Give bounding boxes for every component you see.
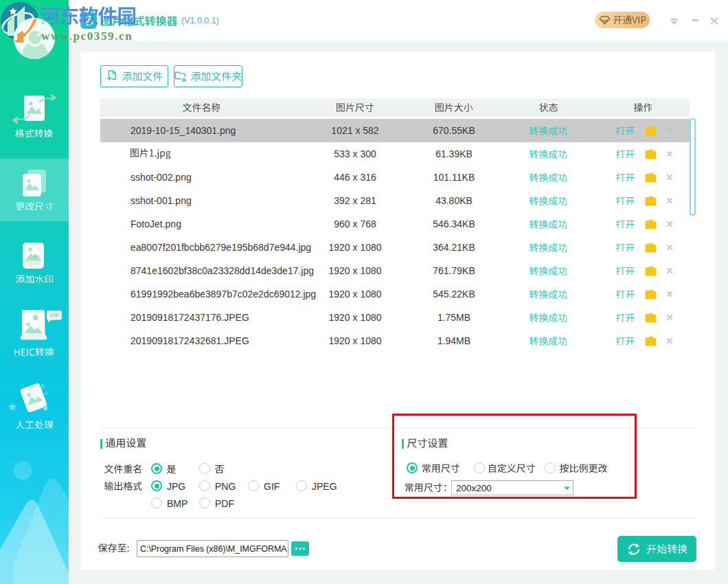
svg-text:VIP: VIP: [49, 312, 60, 319]
